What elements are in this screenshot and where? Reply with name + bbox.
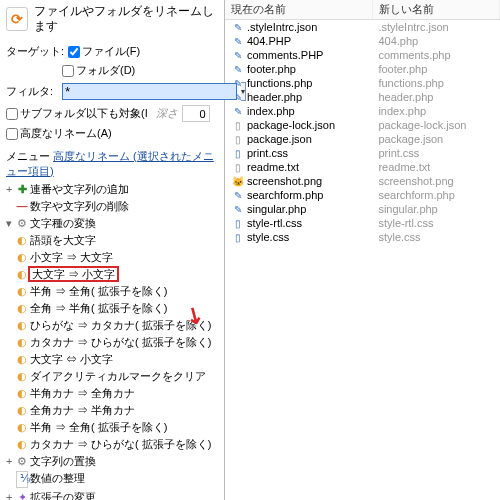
- filter-row: フィルタ: ▾: [6, 82, 218, 101]
- file-icon: ▯: [231, 120, 245, 131]
- subfolder-checkbox[interactable]: サブフォルダ以下も対象(I: [6, 106, 148, 121]
- minus-icon: —: [16, 200, 28, 212]
- table-row[interactable]: ▯package.jsonpackage.json: [225, 132, 500, 146]
- action-tree[interactable]: +✚連番や文字列の追加—数字や文字列の削除▾⚙文字種の変換◐語頭を大文字◐小文字…: [6, 181, 218, 500]
- filter-dropdown[interactable]: ▾: [241, 82, 246, 101]
- file-icon: ✎: [231, 22, 245, 33]
- table-row[interactable]: ✎404.PHP404.php: [225, 34, 500, 48]
- tree-item[interactable]: ⅑数値の整理: [6, 470, 218, 489]
- tree-item[interactable]: ◐半角 ⇒ 全角( 拡張子を除く): [6, 419, 218, 436]
- refresh-icon[interactable]: ⟳: [6, 7, 28, 31]
- tree-item[interactable]: +⚙文字列の置換: [6, 453, 218, 470]
- dot-icon: ◐: [16, 438, 28, 451]
- tree-item-label: 全角カナ ⇒ 半角カナ: [30, 404, 135, 416]
- misc-icon: ✦: [16, 491, 28, 500]
- folder-check-label: フォルダ(D): [76, 63, 135, 78]
- tree-twisty-icon[interactable]: +: [6, 455, 16, 467]
- table-row[interactable]: ✎comments.PHPcomments.php: [225, 48, 500, 62]
- file-icon: ✎: [231, 64, 245, 75]
- dot-icon: ◐: [16, 404, 28, 417]
- tree-item[interactable]: ◐全角カナ ⇒ 半角カナ: [6, 402, 218, 419]
- target-file-checkbox[interactable]: ファイル(F): [68, 44, 140, 59]
- tree-item[interactable]: +✚連番や文字列の追加: [6, 181, 218, 198]
- dot-icon: ◐: [16, 302, 28, 315]
- file-icon: ✎: [231, 50, 245, 61]
- depth-input[interactable]: [182, 105, 210, 122]
- tree-item-label: ダイアクリティカルマークをクリア: [30, 370, 206, 382]
- advanced-checkbox[interactable]: 高度なリネーム(A): [6, 126, 112, 141]
- table-row[interactable]: ✎searchform.phpsearchform.php: [225, 188, 500, 202]
- file-current-name: footer.php: [247, 63, 296, 75]
- target-label: ターゲット:: [6, 44, 64, 59]
- tree-item[interactable]: ◐大文字 ⇒ 小文字: [6, 266, 218, 283]
- table-row[interactable]: 🐱screenshot.pngscreenshot.png: [225, 174, 500, 188]
- left-panel: ⟳ ファイルやフォルダをリネームします ターゲット: ファイル(F) フォルダ(…: [0, 0, 225, 500]
- table-row[interactable]: ✎functions.phpfunctions.php: [225, 76, 500, 90]
- tree-item[interactable]: ◐カタカナ ⇒ ひらがな( 拡張子を除く): [6, 334, 218, 351]
- file-icon: ▯: [231, 162, 245, 173]
- tree-item[interactable]: —数字や文字列の削除: [6, 198, 218, 215]
- table-row[interactable]: ▯readme.txtreadme.txt: [225, 160, 500, 174]
- tree-twisty-icon[interactable]: +: [6, 183, 16, 195]
- file-current-name: searchform.php: [247, 189, 323, 201]
- table-row[interactable]: ✎footer.phpfooter.php: [225, 62, 500, 76]
- tree-item-label: 拡張子の変更: [30, 491, 96, 500]
- file-table[interactable]: 現在の名前 新しい名前 ✎.styleIntrc.json.styleIntrc…: [225, 0, 500, 244]
- subfolder-row: サブフォルダ以下も対象(I 深さ: [6, 105, 218, 122]
- file-icon: ▯: [231, 218, 245, 229]
- file-new-name: 404.php: [372, 34, 499, 48]
- tree-item[interactable]: ◐半角 ⇒ 全角( 拡張子を除く): [6, 283, 218, 300]
- tree-item-label: 文字列の置換: [30, 455, 96, 467]
- advanced-check[interactable]: [6, 128, 18, 140]
- subfolder-check[interactable]: [6, 108, 18, 120]
- advanced-label: 高度なリネーム(A): [20, 126, 112, 141]
- tree-item[interactable]: ▾⚙文字種の変換: [6, 215, 218, 232]
- table-row[interactable]: ✎singular.phpsingular.php: [225, 202, 500, 216]
- table-row[interactable]: ✎.styleIntrc.json.styleIntrc.json: [225, 20, 500, 35]
- dot-icon: ◐: [16, 319, 28, 332]
- menu-label[interactable]: メニュー: [6, 150, 50, 162]
- tree-item-label: カタカナ ⇒ ひらがな( 拡張子を除く): [30, 336, 212, 348]
- table-row[interactable]: ▯style.cssstyle.css: [225, 230, 500, 244]
- file-new-name: searchform.php: [372, 188, 499, 202]
- advanced-row: 高度なリネーム(A): [6, 126, 218, 141]
- tree-twisty-icon[interactable]: +: [6, 491, 16, 500]
- file-icon: ✎: [231, 106, 245, 117]
- tree-item[interactable]: ◐語頭を大文字: [6, 232, 218, 249]
- tree-item[interactable]: ◐半角カナ ⇒ 全角カナ: [6, 385, 218, 402]
- tree-item-label: 半角カナ ⇒ 全角カナ: [30, 387, 135, 399]
- tree-item[interactable]: ◐カタカナ ⇒ ひらがな( 拡張子を除く): [6, 436, 218, 453]
- tree-item[interactable]: ◐小文字 ⇒ 大文字: [6, 249, 218, 266]
- tree-item[interactable]: +✦拡張子の変更: [6, 489, 218, 500]
- depth-label: 深さ: [156, 106, 178, 121]
- tree-item[interactable]: ◐大文字 ⇔ 小文字: [6, 351, 218, 368]
- table-row[interactable]: ▯package-lock.jsonpackage-lock.json: [225, 118, 500, 132]
- file-current-name: index.php: [247, 105, 295, 117]
- folder-check[interactable]: [62, 65, 74, 77]
- file-icon: ✎: [231, 36, 245, 47]
- file-icon: ▯: [231, 232, 245, 243]
- filter-input[interactable]: [62, 83, 237, 100]
- file-current-name: functions.php: [247, 77, 312, 89]
- tree-item-label: カタカナ ⇒ ひらがな( 拡張子を除く): [30, 438, 212, 450]
- table-row[interactable]: ✎header.phpheader.php: [225, 90, 500, 104]
- col-new[interactable]: 新しい名前: [372, 0, 499, 20]
- app-window: ⟳ ファイルやフォルダをリネームします ターゲット: ファイル(F) フォルダ(…: [0, 0, 500, 500]
- file-new-name: .styleIntrc.json: [372, 20, 499, 35]
- file-current-name: package-lock.json: [247, 119, 335, 131]
- file-new-name: functions.php: [372, 76, 499, 90]
- dot-icon: ◐: [16, 336, 28, 349]
- file-current-name: .styleIntrc.json: [247, 21, 317, 33]
- table-row[interactable]: ▯print.cssprint.css: [225, 146, 500, 160]
- col-current[interactable]: 現在の名前: [225, 0, 372, 20]
- table-row[interactable]: ▯style-rtl.cssstyle-rtl.css: [225, 216, 500, 230]
- tree-item-label: 大文字 ⇒ 小文字: [28, 266, 119, 282]
- file-check[interactable]: [68, 46, 80, 58]
- table-row[interactable]: ✎index.phpindex.php: [225, 104, 500, 118]
- tree-item[interactable]: ◐ダイアクリティカルマークをクリア: [6, 368, 218, 385]
- tree-twisty-icon[interactable]: ▾: [6, 217, 16, 230]
- file-new-name: comments.php: [372, 48, 499, 62]
- target-folder-checkbox[interactable]: フォルダ(D): [62, 63, 135, 78]
- file-current-name: style.css: [247, 231, 289, 243]
- file-current-name: 404.PHP: [247, 35, 291, 47]
